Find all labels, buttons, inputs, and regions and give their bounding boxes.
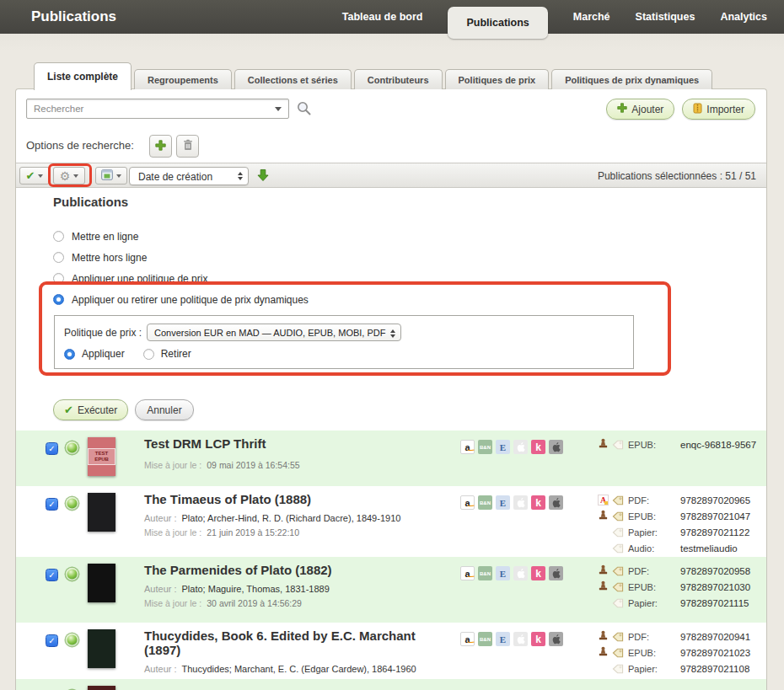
policy-select[interactable]: Conversion EUR en MAD — AUDIO, EPUB, MOB… bbox=[147, 324, 401, 341]
publication-title[interactable]: Thucydides, Book 6. Edited by E.C. March… bbox=[144, 628, 429, 657]
radio-icon[interactable] bbox=[53, 273, 64, 284]
publication-title[interactable]: The Parmenides of Plato (1882) bbox=[144, 563, 429, 577]
format-value: 9782897021108 bbox=[680, 664, 749, 674]
nav-analytics[interactable]: Analytics bbox=[720, 11, 767, 23]
stamp-icon bbox=[598, 437, 609, 452]
format-line: EPUB:9782897021030 bbox=[598, 579, 761, 595]
cover-thumbnail[interactable] bbox=[88, 629, 115, 668]
format-label: Audio: bbox=[628, 543, 680, 554]
tag-icon bbox=[612, 664, 624, 674]
format-label: EPUB: bbox=[628, 648, 680, 658]
nav-tableau-de-bord[interactable]: Tableau de bord bbox=[342, 11, 423, 23]
format-line: PDF:9782897020941 bbox=[598, 628, 761, 645]
add-button-label: Ajouter bbox=[631, 104, 663, 115]
apple-ibooks-icon bbox=[513, 440, 528, 454]
format-value: 9782897021122 bbox=[680, 527, 749, 538]
online-status-icon bbox=[66, 568, 78, 580]
format-value: enqc-96818-9567 bbox=[680, 440, 756, 450]
app-title: Publications bbox=[31, 8, 116, 25]
stamp-icon bbox=[598, 645, 609, 661]
format-value: 9782897020965 bbox=[680, 495, 750, 505]
stamp-icon bbox=[598, 509, 609, 524]
nav-statistiques[interactable]: Statistiques bbox=[636, 11, 695, 23]
cover-thumbnail[interactable] bbox=[88, 686, 115, 690]
cover-label: TEST EPUB bbox=[88, 448, 115, 465]
execute-button-label: Exécuter bbox=[78, 404, 117, 416]
chevron-down-icon bbox=[116, 174, 121, 178]
cancel-button[interactable]: Annuler bbox=[135, 399, 193, 420]
sub-tabs: Liste complète Regroupements Collections… bbox=[34, 62, 712, 89]
radio-icon[interactable] bbox=[143, 349, 154, 360]
publication-info: Thucydides, Book 6. Edited by E.C. March… bbox=[144, 628, 429, 679]
tab-collections-et-series[interactable]: Collections et séries bbox=[234, 69, 352, 89]
bulk-option-3[interactable]: Appliquer ou retirer une politique de pr… bbox=[53, 289, 309, 310]
add-button[interactable]: Ajouter bbox=[606, 99, 674, 120]
apply-radio-option[interactable]: Appliquer bbox=[64, 348, 125, 360]
bulk-actions-dropdown[interactable]: ⚙ bbox=[53, 167, 85, 185]
select-all-dropdown[interactable]: ✔ bbox=[19, 167, 50, 185]
eden-icon: E bbox=[496, 495, 510, 510]
row-checkbox[interactable]: ✓ bbox=[46, 498, 58, 511]
bulk-panel-title: Publications bbox=[53, 195, 128, 209]
import-button[interactable]: Importer bbox=[682, 99, 755, 120]
tab-politiques-de-prix-dynamiques[interactable]: Politiques de prix dynamiques bbox=[551, 69, 712, 89]
cover-thumbnail[interactable] bbox=[88, 493, 115, 532]
tab-politiques-de-prix[interactable]: Politiques de prix bbox=[445, 69, 550, 89]
delete-search-option-button[interactable] bbox=[176, 135, 199, 158]
publication-title[interactable]: Test DRM LCP Thrift bbox=[144, 436, 429, 451]
cover-thumbnail[interactable] bbox=[88, 564, 115, 602]
search-options-label: Options de recherche: bbox=[26, 139, 134, 152]
search-icon[interactable] bbox=[296, 100, 312, 120]
format-line: Audio:testmeliaudio bbox=[598, 540, 761, 556]
export-icon bbox=[101, 168, 113, 184]
format-value: testmeliaudio bbox=[680, 543, 738, 554]
tag-icon bbox=[612, 566, 628, 576]
tab-regroupements[interactable]: Regroupements bbox=[134, 69, 232, 89]
publication-row: ✓ Thucydides, Book 6. Edited by E.C. Mar… bbox=[16, 623, 766, 679]
publication-row: ✓ TEST EPUB Test DRM LCP Thrift Mise à j… bbox=[16, 431, 766, 486]
radio-icon[interactable] bbox=[53, 252, 64, 263]
radio-icon[interactable] bbox=[53, 294, 64, 305]
cover-thumbnail[interactable]: TEST EPUB bbox=[88, 437, 115, 476]
apple-itunes-icon bbox=[549, 632, 563, 646]
format-list: PDF:9782897020941EPUB:9782897021023Papie… bbox=[598, 628, 761, 677]
cancel-button-label: Annuler bbox=[147, 404, 181, 416]
nav-marche[interactable]: Marché bbox=[573, 11, 610, 23]
tab-liste-complete[interactable]: Liste complète bbox=[34, 62, 132, 90]
policy-box: Politique de prix : Conversion EUR en MA… bbox=[54, 315, 634, 369]
row-checkbox[interactable]: ✓ bbox=[46, 442, 58, 455]
apple-ibooks-icon bbox=[513, 566, 528, 580]
row-checkbox[interactable]: ✓ bbox=[46, 569, 58, 581]
format-line: APDF:9782897020965 bbox=[598, 492, 761, 508]
format-label: Papier: bbox=[628, 598, 680, 608]
apply-sort-icon[interactable] bbox=[257, 168, 269, 185]
format-value: 9782897021115 bbox=[680, 598, 749, 608]
format-line: Papier:9782897021115 bbox=[598, 595, 761, 611]
apple-itunes-icon bbox=[549, 495, 563, 510]
bulk-option-1[interactable]: Mettre hors ligne bbox=[53, 247, 309, 268]
execute-button[interactable]: ✔ Exécuter bbox=[53, 399, 128, 420]
tab-contributeurs[interactable]: Contributeurs bbox=[354, 69, 443, 89]
radio-icon[interactable] bbox=[53, 231, 64, 242]
radio-icon[interactable] bbox=[64, 349, 75, 360]
add-search-option-button[interactable] bbox=[149, 135, 172, 158]
main-panel: Rechercher Ajouter Importer Options de r… bbox=[15, 88, 767, 690]
eden-icon: E bbox=[496, 632, 510, 646]
publication-title[interactable]: The Timaeus of Plato (1888) bbox=[144, 492, 429, 506]
publication-row: ✓ The Timaeus of Plato (1888) Auteur :Pl… bbox=[16, 486, 766, 557]
bulk-option-0[interactable]: Mettre en ligne bbox=[53, 226, 309, 247]
online-status-icon bbox=[66, 497, 78, 510]
export-dropdown[interactable] bbox=[95, 167, 127, 185]
format-line: Papier:9782897021108 bbox=[598, 661, 761, 677]
bulk-option-2[interactable]: Appliquer une politique de prix bbox=[53, 268, 309, 289]
barnes-noble-icon: B&N bbox=[478, 566, 492, 580]
amazon-icon: a bbox=[460, 495, 475, 510]
store-icons: aB&NEk bbox=[460, 495, 563, 510]
format-label: EPUB: bbox=[628, 582, 680, 592]
nav-publications-active[interactable]: Publications bbox=[448, 7, 547, 39]
format-label: PDF: bbox=[628, 566, 680, 576]
sort-select[interactable]: Date de création bbox=[129, 167, 249, 185]
remove-radio-option[interactable]: Retirer bbox=[143, 348, 191, 360]
row-checkbox[interactable]: ✓ bbox=[46, 634, 58, 647]
search-combobox[interactable]: Rechercher bbox=[26, 99, 289, 119]
